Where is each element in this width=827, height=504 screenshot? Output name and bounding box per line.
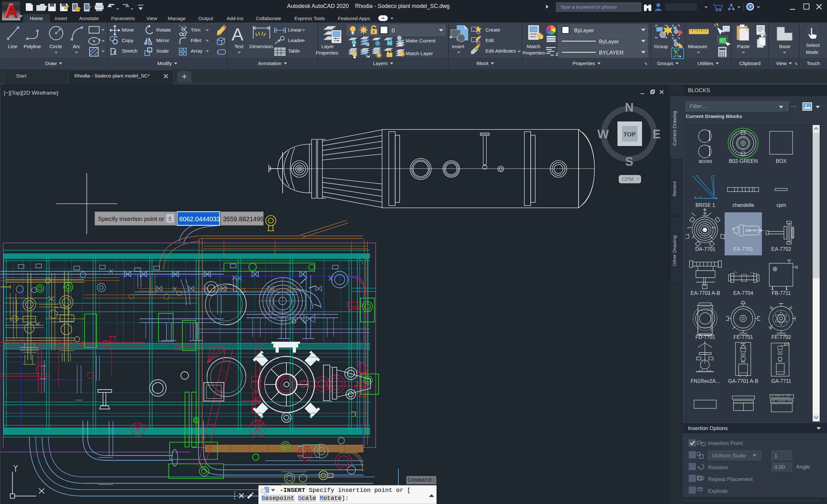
- svg-text:1: 1: [774, 453, 777, 459]
- svg-text:Rotation: Rotation: [708, 464, 728, 470]
- svg-text:3559.8821495: 3559.8821495: [223, 215, 264, 222]
- svg-text:?: ?: [749, 4, 752, 10]
- svg-text:Angle: Angle: [796, 464, 810, 470]
- svg-text:Repeat Placement: Repeat Placement: [708, 476, 753, 482]
- svg-text:BYLAYER: BYLAYER: [599, 50, 624, 56]
- svg-text:S: S: [625, 155, 633, 168]
- svg-text:6062.0444033: 6062.0444033: [179, 215, 220, 222]
- svg-text:Uniform Scale: Uniform Scale: [712, 453, 746, 459]
- svg-text:[−][Top][2D Wireframe]: [−][Top][2D Wireframe]: [4, 90, 58, 96]
- svg-text:E: E: [652, 128, 661, 141]
- svg-text:N: N: [625, 101, 633, 114]
- svg-text:Explode: Explode: [708, 488, 728, 494]
- svg-text:Insertion Point: Insertion Point: [708, 440, 743, 446]
- svg-text:W: W: [597, 128, 609, 141]
- svg-text:ByLayer: ByLayer: [599, 39, 619, 45]
- svg-text:0: 0: [392, 28, 395, 34]
- svg-text:Type a keyword or phrase: Type a keyword or phrase: [560, 4, 617, 10]
- svg-text:TOP: TOP: [624, 131, 636, 138]
- svg-text:CPM: CPM: [622, 177, 633, 182]
- svg-text:Specify insertion point or: Specify insertion point or: [98, 215, 164, 222]
- svg-text:ByLayer: ByLayer: [574, 28, 594, 34]
- svg-text:0.00: 0.00: [774, 464, 785, 470]
